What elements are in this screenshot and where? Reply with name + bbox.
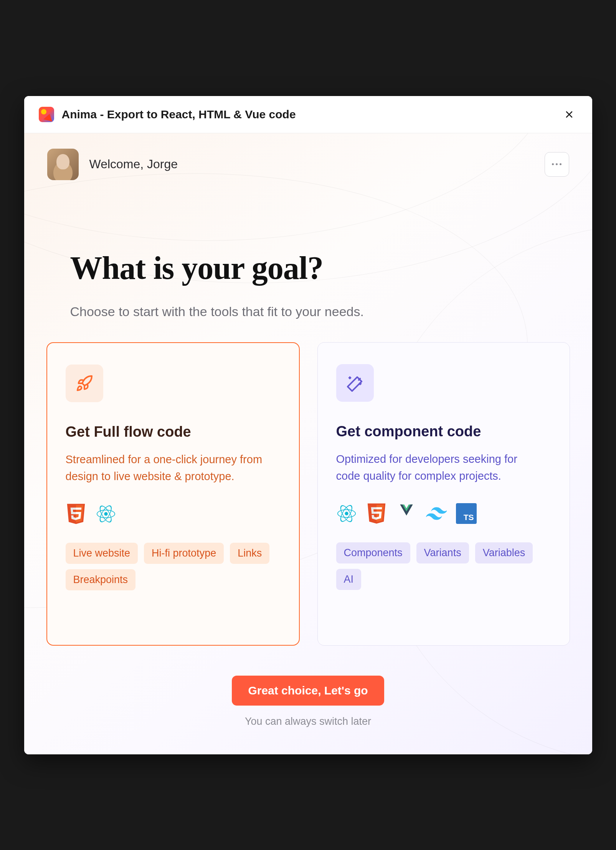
- card-full-flow[interactable]: Get Full flow code Streamlined for a one…: [46, 342, 300, 646]
- continue-button[interactable]: Great choice, Let's go: [232, 676, 384, 706]
- dots-icon: [552, 163, 554, 165]
- pill-variants: Variants: [416, 542, 469, 563]
- card-icon-wrap: [66, 365, 103, 402]
- typescript-icon: TS: [456, 503, 477, 524]
- card-title: Get component code: [336, 423, 551, 440]
- card-title: Get Full flow code: [66, 424, 281, 440]
- feature-pills: Live website Hi-fi prototype Links Break…: [66, 543, 281, 590]
- card-component-code[interactable]: Get component code Optimized for develop…: [317, 342, 570, 646]
- user-avatar: [47, 149, 79, 180]
- vue-icon: [396, 503, 417, 524]
- card-description: Streamlined for a one-click journey from…: [66, 451, 265, 485]
- tech-icons-row: [66, 504, 281, 524]
- user-block: Welcome, Jorge: [47, 149, 178, 180]
- welcome-text: Welcome, Jorge: [89, 157, 178, 171]
- react-icon: [96, 504, 116, 524]
- titlebar-title: Anima - Export to React, HTML & Vue code: [62, 108, 296, 121]
- pill-hifi-prototype: Hi-fi prototype: [144, 543, 224, 564]
- tech-icons-row: TS: [336, 503, 551, 524]
- react-icon: [336, 503, 357, 524]
- more-menu-button[interactable]: [545, 152, 569, 177]
- magic-wand-icon: [346, 374, 364, 392]
- onboarding-modal: Anima - Export to React, HTML & Vue code…: [24, 96, 592, 754]
- svg-point-0: [104, 512, 107, 516]
- pill-components: Components: [336, 542, 410, 563]
- svg-point-1: [345, 512, 348, 515]
- close-icon: [564, 109, 575, 120]
- goal-cards: Get Full flow code Streamlined for a one…: [24, 319, 592, 646]
- footer-section: Great choice, Let's go You can always sw…: [24, 646, 592, 727]
- pill-ai: AI: [336, 569, 362, 590]
- tailwind-icon: [426, 503, 447, 524]
- card-icon-wrap: [336, 364, 374, 402]
- titlebar: Anima - Export to React, HTML & Vue code: [24, 96, 592, 133]
- content-area: Welcome, Jorge What is your goal? Choose…: [24, 133, 592, 754]
- anima-app-icon: [39, 107, 54, 122]
- pill-variables: Variables: [475, 542, 533, 563]
- html5-icon: [366, 503, 387, 524]
- card-description: Optimized for developers seeking for cod…: [336, 451, 536, 485]
- pill-live-website: Live website: [66, 543, 138, 564]
- titlebar-left: Anima - Export to React, HTML & Vue code: [39, 107, 296, 122]
- close-button[interactable]: [561, 106, 578, 123]
- footer-note: You can always switch later: [24, 716, 592, 727]
- page-title: What is your goal?: [70, 249, 546, 287]
- hero-section: What is your goal? Choose to start with …: [24, 180, 592, 319]
- pill-breakpoints: Breakpoints: [66, 569, 136, 590]
- header-row: Welcome, Jorge: [24, 133, 592, 180]
- feature-pills: Components Variants Variables AI: [336, 542, 551, 590]
- html5-icon: [66, 504, 86, 524]
- pill-links: Links: [230, 543, 269, 564]
- page-subtitle: Choose to start with the tools that fit …: [70, 304, 546, 319]
- rocket-icon: [76, 374, 93, 392]
